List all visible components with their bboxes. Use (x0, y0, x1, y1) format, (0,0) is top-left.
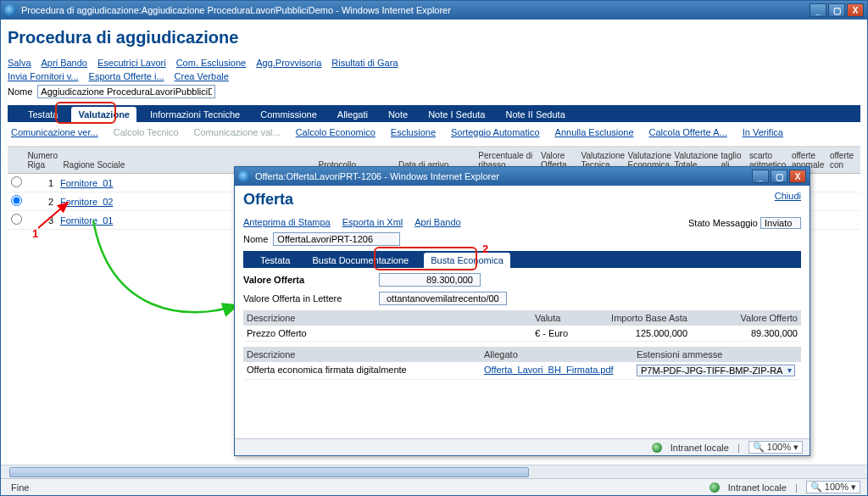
popup-nome-input[interactable] (273, 232, 400, 246)
sublink-annulla[interactable]: Annulla Esclusione (555, 127, 634, 137)
td-valuta: € - Euro (535, 328, 594, 338)
valore-offerta-row: Valore Offerta 89.300,000 (243, 273, 801, 287)
ie-icon (4, 4, 16, 16)
popup-maximize-button[interactable]: ▢ (771, 170, 787, 183)
annotation-1: 1 (32, 227, 38, 240)
sublink-calc-tecnico: Calcolo Tecnico (114, 127, 179, 137)
table-allegati: Descrizione Allegato Estensioni ammesse … (243, 347, 801, 380)
zoom-control[interactable]: 🔍 100% ▾ (806, 481, 860, 493)
sublink-sorteggio[interactable]: Sorteggio Automatico (451, 127, 540, 137)
link-esecutrici[interactable]: Esecutrici Lavori (97, 58, 166, 68)
col-numero[interactable]: Numero Riga (24, 151, 59, 170)
main-window-title: Procedura di aggiudicazione:Aggiudicazio… (21, 5, 810, 15)
table-row: Prezzo Offerto € - Euro 125.000,000 89.3… (243, 326, 801, 342)
popup-nome-row: Nome (243, 232, 801, 246)
outer-statusbar: Fine Intranet locale | 🔍 100% ▾ (1, 478, 867, 495)
sublink-esclusione[interactable]: Esclusione (391, 127, 436, 137)
sublink-verifica[interactable]: In Verifica (743, 127, 783, 137)
stato-value (760, 217, 801, 229)
popup-nome-label: Nome (243, 234, 268, 244)
link-risultati[interactable]: Risultati di Gara (331, 58, 398, 68)
popup-links: Anteprima di Stampa Esporta in Xml Apri … (243, 217, 688, 227)
popup-chiudi-link[interactable]: Chiudi (775, 191, 801, 201)
status-fine: Fine (8, 482, 29, 493)
popup-body: Chiudi Offerta Stato Messaggio Anteprima… (235, 186, 810, 437)
tab-note1[interactable]: Note I Seduta (421, 107, 492, 122)
td2-desc: Offerta economica firmata digitalmente (247, 365, 484, 376)
tab-note[interactable]: Note (381, 107, 415, 122)
popup-window: Offerta:OffertaLavoriPRT-1206 - Windows … (234, 166, 810, 456)
popup-minimize-button[interactable]: _ (752, 170, 769, 183)
close-button[interactable]: X (847, 3, 864, 17)
stato-wrap: Stato Messaggio (688, 217, 801, 229)
link-invia-fornitori[interactable]: Invia Fornitori v... (8, 71, 79, 81)
h-scroll-thumb[interactable] (9, 467, 529, 477)
row-link-fornitore[interactable]: Fornitore_01 (60, 178, 113, 188)
link-apri-bando-popup[interactable]: Apri Bando (415, 217, 460, 227)
zoom-value: 100% (825, 482, 849, 492)
link-anteprima[interactable]: Anteprima di Stampa (243, 217, 331, 227)
globe-icon (652, 443, 662, 453)
link-crea-verbale[interactable]: Crea Verbale (175, 71, 229, 81)
td-off: 89.300,000 (704, 328, 798, 338)
popup-status-zone: Intranet locale (670, 443, 729, 453)
table-prezzi: Descrizione Valuta Importo Base Asta Val… (243, 310, 801, 342)
th2-allegato: Allegato (484, 349, 637, 359)
valore-offerta-value[interactable]: 89.300,000 (379, 273, 481, 287)
popup-titlebar[interactable]: Offerta:OffertaLavoriPRT-1206 - Windows … (235, 167, 810, 186)
tab-note2[interactable]: Note II Seduta (498, 107, 571, 122)
ext-select[interactable]: P7M-PDF-JPG-TIFF-BMP-ZIP-RA (637, 365, 795, 376)
allegato-link[interactable]: Offerta_Lavori_BH_Firmata.pdf (484, 365, 614, 375)
link-esporta-offerte[interactable]: Esporta Offerte i... (89, 71, 164, 81)
nome-label: Nome (8, 86, 32, 97)
status-zone: Intranet locale (728, 482, 787, 493)
popup-window-title: Offerta:OffertaLavoriPRT-1206 - Windows … (255, 171, 752, 181)
main-tabstrip: Testata Valutazione Informazioni Tecnich… (8, 105, 860, 122)
tab-commissione[interactable]: Commissione (253, 107, 324, 122)
action-links-row1: Salva Apri Bando Esecutrici Lavori Com. … (8, 58, 860, 68)
row-num: 1 (21, 178, 57, 188)
ptab-busta-doc[interactable]: Busta Documentazione (305, 253, 415, 268)
ptab-busta-econ[interactable]: Busta Economica (424, 253, 510, 268)
tab-valutazione[interactable]: Valutazione (71, 107, 136, 122)
sublink-calc-econ[interactable]: Calcolo Economico (296, 127, 376, 137)
link-esporta-xml[interactable]: Esporta in Xml (342, 217, 403, 227)
main-titlebar[interactable]: Procedura di aggiudicazione:Aggiudicazio… (1, 1, 867, 20)
th-desc: Descrizione (247, 313, 535, 323)
th2-desc: Descrizione (247, 349, 484, 359)
popup-heading: Offerta (243, 191, 801, 209)
popup-tabstrip: Testata Busta Documentazione Busta Econo… (243, 251, 801, 268)
link-salva[interactable]: Salva (8, 58, 31, 68)
tab-testata[interactable]: Testata (21, 107, 64, 122)
valore-lettere-row: Valore Offerta in Lettere ottantanovemil… (243, 292, 801, 305)
ptab-testata[interactable]: Testata (253, 253, 297, 268)
row-link-fornitore[interactable]: Fornitore_02 (60, 197, 113, 207)
valore-lettere-label: Valore Offerta in Lettere (243, 293, 370, 304)
table-row: Offerta economica firmata digitalmente O… (243, 362, 801, 380)
globe-icon (709, 482, 720, 493)
sublink-calcola-off[interactable]: Calcola Offerte A... (649, 127, 727, 137)
link-com-esclusione[interactable]: Com. Esclusione (176, 58, 247, 68)
action-links-row2: Invia Fornitori v... Esporta Offerte i..… (8, 71, 860, 81)
ie-icon (238, 170, 250, 182)
col-con[interactable]: offerte con (826, 151, 859, 170)
maximize-button[interactable]: ▢ (828, 3, 845, 17)
sublink-com-ver[interactable]: Comunicazione ver... (11, 127, 98, 137)
link-apri-bando[interactable]: Apri Bando (42, 58, 87, 68)
link-agg-provvisoria[interactable]: Agg.Provvisoria (256, 58, 321, 68)
td-base: 125.000,000 (594, 328, 704, 338)
nome-row: Nome (8, 85, 860, 98)
minimize-button[interactable]: _ (810, 3, 826, 17)
tab-info-tecniche[interactable]: Informazioni Tecniche (143, 107, 247, 122)
row-link-fornitore[interactable]: Fornitore_01 (60, 215, 113, 226)
row-num: 3 (21, 215, 57, 226)
tab-allegati[interactable]: Allegati (331, 107, 375, 122)
popup-zoom-control[interactable]: 🔍 100% ▾ (748, 441, 803, 454)
h-scrollbar[interactable] (1, 465, 867, 478)
valore-lettere-value[interactable]: ottantanovemilatrecento/00 (379, 292, 507, 305)
page-title: Procedura di aggiudicazione (8, 28, 860, 47)
popup-close-button[interactable]: X (789, 170, 806, 183)
nome-input[interactable] (37, 85, 215, 98)
popup-statusbar: Intranet locale | 🔍 100% ▾ (235, 438, 810, 455)
popup-zoom-value: 100% (767, 442, 791, 452)
